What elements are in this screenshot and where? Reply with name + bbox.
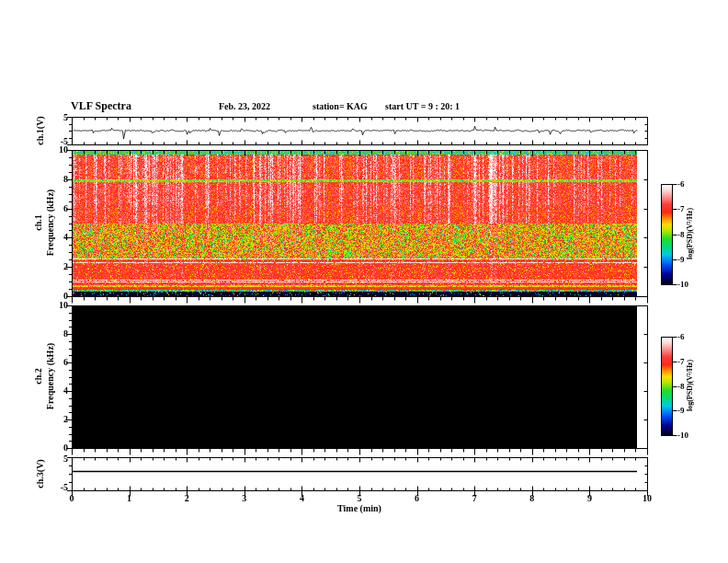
x-tick-label: 10 xyxy=(643,494,652,503)
ch1-frequency-axis-label: Frequency (kHz) xyxy=(46,190,55,256)
x-tick-label: 4 xyxy=(300,494,304,503)
colorbar1-tick-label: -6 xyxy=(677,180,685,189)
x-tick-label: 1 xyxy=(127,494,131,503)
figure-title: VLF Spectra xyxy=(71,100,131,111)
x-tick-label: 9 xyxy=(587,494,592,503)
colorbar2-tick-label: -6 xyxy=(677,333,685,341)
ch1-volt-tick-label: -5 xyxy=(61,137,68,146)
ch1-freq-tick-label: 2 xyxy=(63,262,68,271)
ch2-freq-tick-label: 10 xyxy=(59,301,68,310)
time-axis-title: Time (min) xyxy=(337,504,381,513)
ch2-freq-tick-label: 0 xyxy=(63,443,68,453)
colorbar1-psd-label: log(PSD)(V²/Hz) xyxy=(687,208,694,259)
ch1-spectrogram-panel xyxy=(72,150,647,296)
colorbar2-tick-label: -9 xyxy=(677,407,685,415)
ch1-freq-tick-label: 0 xyxy=(63,292,68,301)
x-tick-label: 5 xyxy=(358,494,362,503)
ch3-voltage-panel xyxy=(72,457,647,490)
header-start-ut: start UT = 9 : 20: 1 xyxy=(385,102,460,111)
ch3-voltage-axis-label: ch.3(V) xyxy=(36,459,45,488)
ch2-freq-tick-label: 8 xyxy=(63,329,68,339)
x-tick-label: 2 xyxy=(185,494,189,503)
ch1-freq-tick-label: 10 xyxy=(59,145,68,155)
ch1-spectrogram-channel-label: ch.1 xyxy=(34,214,43,231)
ch3-volt-tick-label: 5 xyxy=(63,454,68,464)
ch2-colorbar xyxy=(661,337,672,435)
ch1-voltage-panel xyxy=(72,117,647,144)
colorbar2-tick-label: -10 xyxy=(677,431,688,440)
header-date: Feb. 23, 2022 xyxy=(219,102,270,111)
ch1-freq-tick-label: 8 xyxy=(63,175,68,184)
x-tick-label: 7 xyxy=(472,494,477,503)
x-tick-label: 0 xyxy=(70,494,74,503)
ch1-freq-tick-label: 4 xyxy=(63,233,68,242)
ch2-spectrogram-panel xyxy=(72,305,647,448)
x-tick-label: 6 xyxy=(415,494,419,503)
ch2-frequency-axis-label: Frequency (kHz) xyxy=(46,343,55,409)
ch2-freq-tick-label: 4 xyxy=(63,386,68,396)
ch1-voltage-axis-label: ch.1(V) xyxy=(36,116,45,144)
ch1-volt-tick-label: 5 xyxy=(63,113,68,122)
ch2-freq-tick-label: 2 xyxy=(63,415,68,424)
vlf-spectra-figure: VLF Spectra Feb. 23, 2022 station= KAG s… xyxy=(0,0,728,563)
ch2-freq-tick-label: 6 xyxy=(63,358,68,367)
colorbar1-tick-label: -7 xyxy=(677,205,685,213)
colorbar2-tick-label: -7 xyxy=(677,357,685,365)
colorbar1-tick-label: -9 xyxy=(677,255,685,263)
x-tick-label: 8 xyxy=(529,494,534,503)
ch3-volt-tick-label: -5 xyxy=(61,483,68,492)
colorbar2-psd-label: log(PSD)(V²/Hz) xyxy=(687,360,694,411)
ch1-freq-tick-label: 6 xyxy=(63,204,68,213)
ch2-spectrogram-channel-label: ch.2 xyxy=(34,368,43,385)
header-station: station= KAG xyxy=(313,102,368,111)
x-tick-label: 3 xyxy=(242,494,246,503)
ch1-colorbar xyxy=(661,184,672,284)
colorbar1-tick-label: -8 xyxy=(677,230,685,238)
colorbar2-tick-label: -8 xyxy=(677,382,685,390)
colorbar1-tick-label: -10 xyxy=(677,281,688,289)
